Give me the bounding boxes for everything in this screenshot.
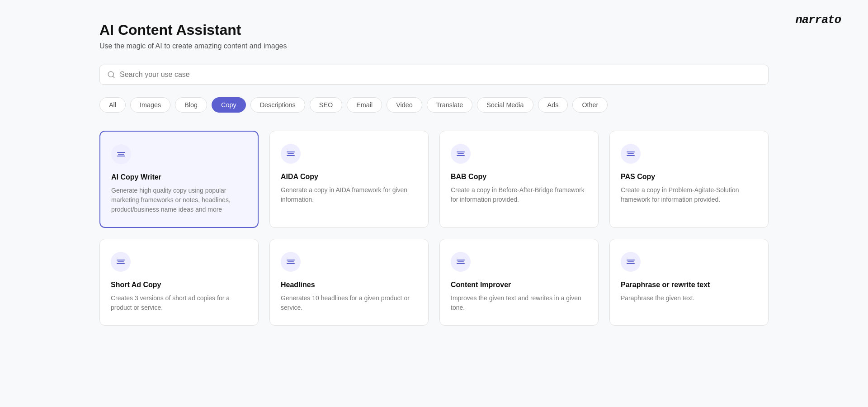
filter-tab-images[interactable]: Images (130, 97, 170, 113)
filter-tab-seo[interactable]: SEO (310, 97, 342, 113)
card-title: Content Improver (451, 281, 587, 289)
filter-tab-copy[interactable]: Copy (212, 97, 246, 113)
card-description: Generate high quality copy using popular… (111, 186, 247, 214)
page-subtitle: Use the magic of AI to create amazing co… (99, 42, 769, 50)
card-title: Paraphrase or rewrite text (621, 281, 757, 289)
filter-tab-ads[interactable]: Ads (538, 97, 568, 113)
card-pas-copy[interactable]: PAS Copy Create a copy in Problem-Agitat… (609, 131, 769, 228)
filter-tab-blog[interactable]: Blog (175, 97, 207, 113)
card-description: Create a copy in Before-After-Bridge fra… (451, 185, 587, 204)
card-description: Paraphrase the given text. (621, 293, 757, 303)
card-title: PAS Copy (621, 173, 757, 181)
card-description: Create a copy in Problem-Agitate-Solutio… (621, 185, 757, 204)
card-title: Short Ad Copy (111, 281, 247, 289)
svg-line-1 (113, 76, 114, 77)
card-title: BAB Copy (451, 173, 587, 181)
copy-icon (627, 260, 635, 264)
copy-icon (457, 151, 465, 156)
search-bar (99, 65, 769, 85)
page-title: AI Content Assistant (99, 22, 769, 38)
card-content-improver[interactable]: Content Improver Improves the given text… (439, 239, 599, 326)
card-description: Improves the given text and rewrites in … (451, 293, 587, 312)
card-short-ad-copy[interactable]: Short Ad Copy Creates 3 versions of shor… (99, 239, 259, 326)
card-icon-wrap (621, 144, 641, 164)
filter-tab-social-media[interactable]: Social Media (477, 97, 533, 113)
card-paraphrase[interactable]: Paraphrase or rewrite text Paraphrase th… (609, 239, 769, 326)
card-title: AI Copy Writer (111, 173, 247, 181)
copy-icon (117, 152, 125, 156)
filter-tab-all[interactable]: All (99, 97, 126, 113)
card-icon-wrap (281, 252, 301, 272)
card-title: AIDA Copy (281, 173, 417, 181)
filter-tab-descriptions[interactable]: Descriptions (250, 97, 305, 113)
copy-icon (287, 151, 295, 156)
card-headlines[interactable]: Headlines Generates 10 headlines for a g… (269, 239, 429, 326)
filter-tabs: AllImagesBlogCopyDescriptionsSEOEmailVid… (99, 97, 769, 113)
logo: narrato (795, 14, 841, 27)
card-ai-copy-writer[interactable]: AI Copy Writer Generate high quality cop… (99, 131, 259, 228)
card-description: Generate a copy in AIDA framework for gi… (281, 185, 417, 204)
card-icon-wrap (621, 252, 641, 272)
card-icon-wrap (111, 144, 131, 164)
card-icon-wrap (451, 252, 471, 272)
copy-icon (457, 260, 465, 264)
card-title: Headlines (281, 281, 417, 289)
search-input[interactable] (120, 71, 761, 79)
search-icon (107, 71, 115, 79)
card-bab-copy[interactable]: BAB Copy Create a copy in Before-After-B… (439, 131, 599, 228)
filter-tab-translate[interactable]: Translate (427, 97, 472, 113)
filter-tab-email[interactable]: Email (347, 97, 382, 113)
copy-icon (627, 151, 635, 156)
cards-grid: AI Copy Writer Generate high quality cop… (99, 131, 769, 326)
copy-icon (287, 260, 295, 264)
card-icon-wrap (451, 144, 471, 164)
copy-icon (117, 260, 125, 264)
filter-tab-video[interactable]: Video (387, 97, 422, 113)
card-aida-copy[interactable]: AIDA Copy Generate a copy in AIDA framew… (269, 131, 429, 228)
card-description: Creates 3 versions of short ad copies fo… (111, 293, 247, 312)
card-icon-wrap (281, 144, 301, 164)
card-icon-wrap (111, 252, 131, 272)
card-description: Generates 10 headlines for a given produ… (281, 293, 417, 312)
filter-tab-other[interactable]: Other (572, 97, 608, 113)
